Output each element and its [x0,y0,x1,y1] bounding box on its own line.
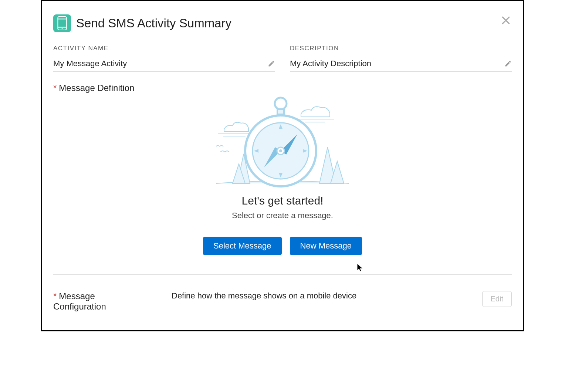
message-configuration-title: *Message Configuration [53,291,135,312]
edit-configuration-button[interactable]: Edit [482,291,512,307]
new-message-button[interactable]: New Message [290,237,362,255]
get-started-heading: Let's get started! [53,195,512,207]
activity-name-label: ACTIVITY NAME [53,45,275,52]
config-left: *Message Configuration Define how the me… [53,291,356,312]
required-asterisk: * [53,291,57,301]
svg-rect-11 [277,109,284,114]
message-definition-section: *Message Definition [53,83,512,275]
description-value: My Activity Description [290,59,371,68]
svg-point-10 [275,98,287,109]
compass-illustration [53,92,512,188]
select-message-button[interactable]: Select Message [203,237,282,255]
activity-name-value: My Message Activity [53,59,127,68]
message-configuration-description: Define how the message shows on a mobile… [172,291,356,301]
message-buttons-row: Select Message New Message [53,237,512,255]
fields-row: ACTIVITY NAME My Message Activity DESCRI… [53,45,512,72]
pencil-icon[interactable] [504,60,512,67]
close-icon [501,16,511,25]
sms-activity-modal: Send SMS Activity Summary ACTIVITY NAME … [41,0,524,331]
activity-name-value-row[interactable]: My Message Activity [53,59,275,72]
get-started-subheading: Select or create a message. [53,211,512,220]
description-value-row[interactable]: My Activity Description [290,59,512,72]
message-configuration-section: *Message Configuration Define how the me… [53,291,512,312]
svg-point-15 [279,149,282,152]
sms-icon [53,14,71,32]
description-field: DESCRIPTION My Activity Description [290,45,512,72]
activity-name-field: ACTIVITY NAME My Message Activity [53,45,275,72]
description-label: DESCRIPTION [290,45,512,52]
close-button[interactable] [500,14,512,26]
pencil-icon[interactable] [268,60,275,67]
modal-title: Send SMS Activity Summary [76,16,231,30]
svg-point-3 [62,28,63,29]
modal-header: Send SMS Activity Summary [53,14,512,32]
required-asterisk: * [53,83,57,93]
